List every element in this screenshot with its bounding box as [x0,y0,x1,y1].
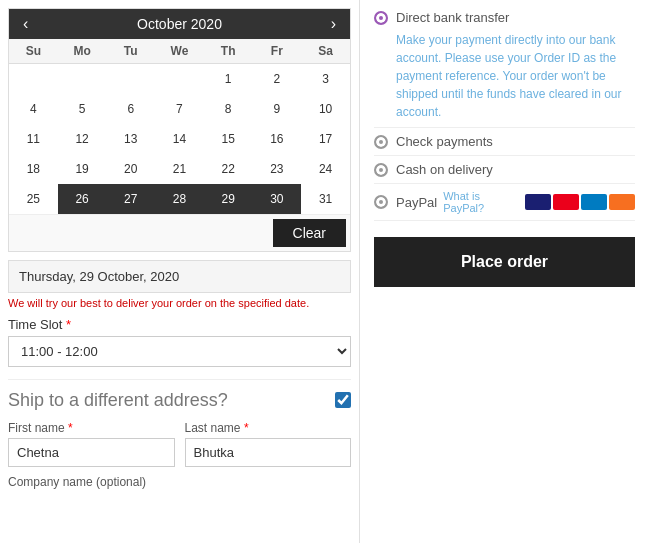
weekday-header: Sa [301,39,350,64]
weekday-header: Mo [58,39,107,64]
calendar-day[interactable]: 6 [106,94,155,124]
disc-icon [609,194,635,210]
place-order-button[interactable]: Place order [374,237,635,287]
calendar-day[interactable]: 21 [155,154,204,184]
right-panel: Direct bank transferMake your payment di… [360,0,649,543]
calendar-grid: SuMoTuWeThFrSa 1234567891011121314151617… [9,39,350,214]
name-row: First name * Last name * [8,421,351,467]
calendar-day [9,64,58,94]
calendar-day[interactable]: 19 [58,154,107,184]
payment-option-cod[interactable]: Cash on delivery [374,162,635,184]
prev-month-button[interactable]: ‹ [19,15,32,33]
calendar-day[interactable]: 31 [301,184,350,214]
calendar-day[interactable]: 5 [58,94,107,124]
amex-icon [581,194,607,210]
weekday-header: Su [9,39,58,64]
last-name-input[interactable] [185,438,352,467]
selected-date-display: Thursday, 29 October, 2020 [8,260,351,293]
calendar-day[interactable]: 7 [155,94,204,124]
payment-label-cod: Cash on delivery [396,162,493,177]
time-slot-label: Time Slot * [8,317,351,332]
calendar-day[interactable]: 29 [204,184,253,214]
calendar-day[interactable]: 14 [155,124,204,154]
first-name-input[interactable] [8,438,175,467]
company-name-label: Company name (optional) [8,475,351,489]
payment-option-paypal[interactable]: PayPalWhat is PayPal? [374,190,635,221]
payment-option-check[interactable]: Check payments [374,134,635,156]
ship-header: Ship to a different address? [8,390,351,411]
calendar-day[interactable]: 8 [204,94,253,124]
left-panel: ‹ October 2020 › SuMoTuWeThFrSa 12345678… [0,0,360,543]
time-slot-select[interactable]: 11:00 - 12:0012:00 - 13:0013:00 - 14:001… [8,336,351,367]
calendar-day[interactable]: 24 [301,154,350,184]
clear-button[interactable]: Clear [273,219,346,247]
last-name-group: Last name * [185,421,352,467]
calendar-day[interactable]: 16 [253,124,302,154]
calendar-day [58,64,107,94]
clear-row: Clear [9,214,350,251]
calendar-day[interactable]: 17 [301,124,350,154]
ship-section: Ship to a different address? First name … [8,379,351,489]
payment-desc-direct-bank: Make your payment directly into our bank… [396,31,635,121]
weekday-header: Th [204,39,253,64]
radio-cod[interactable] [374,163,388,177]
payment-label-paypal: PayPal [396,195,437,210]
calendar-day[interactable]: 2 [253,64,302,94]
next-month-button[interactable]: › [327,15,340,33]
calendar-day [155,64,204,94]
calendar-day[interactable]: 1 [204,64,253,94]
calendar-day[interactable]: 9 [253,94,302,124]
calendar-day[interactable]: 11 [9,124,58,154]
last-name-label: Last name * [185,421,352,435]
calendar-day[interactable]: 26 [58,184,107,214]
calendar-day[interactable]: 23 [253,154,302,184]
weekday-header: We [155,39,204,64]
visa-icon [525,194,551,210]
weekday-header: Fr [253,39,302,64]
calendar-day[interactable]: 3 [301,64,350,94]
calendar-day[interactable]: 25 [9,184,58,214]
calendar-day[interactable]: 30 [253,184,302,214]
calendar-day[interactable]: 22 [204,154,253,184]
paypal-what-is[interactable]: What is PayPal? [443,190,521,214]
first-name-label: First name * [8,421,175,435]
calendar-day[interactable]: 15 [204,124,253,154]
payment-label-check: Check payments [396,134,493,149]
calendar-day[interactable]: 28 [155,184,204,214]
radio-check[interactable] [374,135,388,149]
calendar-day[interactable]: 18 [9,154,58,184]
payment-options: Direct bank transferMake your payment di… [374,10,635,221]
calendar-day [106,64,155,94]
calendar-day[interactable]: 12 [58,124,107,154]
radio-direct-bank[interactable] [374,11,388,25]
ship-checkbox[interactable] [335,392,351,408]
calendar-header: ‹ October 2020 › [9,9,350,39]
delivery-note: We will try our best to deliver your ord… [8,297,351,309]
ship-title: Ship to a different address? [8,390,228,411]
calendar-day[interactable]: 20 [106,154,155,184]
calendar-day[interactable]: 13 [106,124,155,154]
first-name-group: First name * [8,421,175,467]
calendar-day[interactable]: 27 [106,184,155,214]
payment-option-direct-bank[interactable]: Direct bank transferMake your payment di… [374,10,635,128]
payment-label-direct-bank: Direct bank transfer [396,10,509,25]
mc-icon [553,194,579,210]
calendar-title: October 2020 [137,16,222,32]
weekday-header: Tu [106,39,155,64]
calendar: ‹ October 2020 › SuMoTuWeThFrSa 12345678… [8,8,351,252]
calendar-day[interactable]: 10 [301,94,350,124]
calendar-day[interactable]: 4 [9,94,58,124]
radio-paypal[interactable] [374,195,388,209]
